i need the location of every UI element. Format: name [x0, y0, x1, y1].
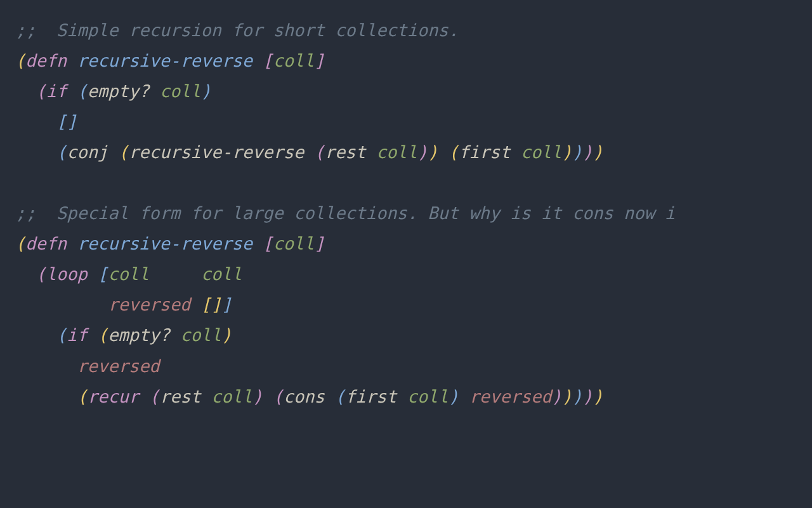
- paren-close: ): [593, 142, 603, 162]
- paren-close: ): [582, 142, 593, 162]
- bracket-open: [: [98, 264, 108, 284]
- paren-open: (: [77, 81, 88, 101]
- code-line: (recur (rest coll) (cons (first coll) re…: [15, 387, 603, 406]
- code-line: (defn recursive-reverse [coll]: [15, 51, 325, 70]
- call-conj: conj: [67, 142, 108, 162]
- call-rest: rest: [325, 142, 366, 162]
- sym-coll: coll: [211, 387, 252, 406]
- paren-close: ): [572, 142, 582, 162]
- paren-close: ): [417, 142, 428, 162]
- paren-close: ): [221, 325, 232, 345]
- paren-open: (: [36, 264, 46, 284]
- sym-coll: coll: [160, 81, 201, 101]
- empty-vec: []: [56, 112, 77, 131]
- paren-open: (: [149, 387, 159, 406]
- paren-close: ): [201, 81, 211, 101]
- code-line: (if (empty? coll): [15, 81, 211, 101]
- code-line: reversed []]: [15, 295, 232, 314]
- paren-open: (: [335, 387, 345, 406]
- paren-close: ): [572, 387, 582, 406]
- fn-name: recursive-reverse: [77, 234, 252, 253]
- code-editor[interactable]: ;; Simple recursion for short collection…: [0, 0, 812, 427]
- sym-coll: coll: [201, 264, 242, 284]
- bracket-close: ]: [314, 51, 324, 70]
- kw-if: if: [67, 325, 88, 345]
- bracket-open: [: [263, 234, 273, 253]
- call-recursive: recursive-reverse: [129, 142, 304, 162]
- call-first: first: [345, 387, 396, 406]
- call-first: first: [459, 142, 510, 162]
- sym-coll: coll: [407, 387, 449, 406]
- code-line: reversed: [15, 356, 160, 376]
- sym-coll: coll: [180, 325, 221, 345]
- paren-open: (: [56, 325, 67, 345]
- code-line: ;; Simple recursion for short collection…: [15, 20, 459, 40]
- comment: ;; Special form for large collections. B…: [15, 203, 675, 223]
- code-line: (loop [coll coll: [15, 264, 242, 284]
- code-line: (conj (recursive-reverse (rest coll)) (f…: [15, 142, 603, 162]
- paren-close: ): [551, 387, 561, 406]
- paren-close: ): [582, 387, 593, 406]
- code-line: ;; Special form for large collections. B…: [15, 203, 675, 223]
- code-line: (if (empty? coll): [15, 325, 232, 345]
- sym-reversed: reversed: [108, 295, 190, 314]
- paren-open: (: [119, 142, 129, 162]
- paren-close: ): [252, 387, 263, 406]
- kw-recur: recur: [88, 387, 139, 406]
- comment: ;; Simple recursion for short collection…: [15, 20, 459, 40]
- arg: coll: [273, 51, 314, 70]
- bracket-close: ]: [314, 234, 324, 253]
- paren-close: ): [593, 387, 603, 406]
- paren-open: (: [15, 51, 25, 70]
- paren-open: (: [273, 387, 283, 406]
- paren-close: ): [562, 142, 572, 162]
- paren-open: (: [15, 234, 25, 253]
- sym-coll: coll: [521, 142, 562, 162]
- code-line: [15, 173, 25, 192]
- arg: coll: [273, 234, 314, 253]
- paren-close: ): [449, 387, 459, 406]
- paren-open: (: [314, 142, 324, 162]
- paren-open: (: [36, 81, 46, 101]
- bracket-open: [: [263, 51, 273, 70]
- kw-defn: defn: [25, 234, 67, 253]
- paren-close: ): [562, 387, 572, 406]
- call-rest: rest: [160, 387, 201, 406]
- paren-open: (: [449, 142, 459, 162]
- kw-defn: defn: [25, 51, 67, 70]
- sym-coll: coll: [376, 142, 417, 162]
- sym-reversed: reversed: [469, 387, 551, 406]
- sym-reversed: reversed: [77, 356, 160, 376]
- fn-name: recursive-reverse: [77, 51, 252, 70]
- empty-vec: []: [201, 295, 222, 314]
- call-cons: cons: [284, 387, 325, 406]
- paren-open: (: [98, 325, 108, 345]
- paren-open: (: [56, 142, 67, 162]
- code-line: (defn recursive-reverse [coll]: [15, 234, 325, 253]
- bracket-close: ]: [221, 295, 232, 314]
- paren-close: ): [428, 142, 438, 162]
- call-empty: empty?: [88, 81, 150, 101]
- sym-coll: coll: [108, 264, 149, 284]
- call-empty: empty?: [108, 325, 170, 345]
- kw-loop: loop: [46, 264, 88, 284]
- kw-if: if: [46, 81, 67, 101]
- paren-open: (: [77, 387, 88, 406]
- code-line: []: [15, 112, 77, 131]
